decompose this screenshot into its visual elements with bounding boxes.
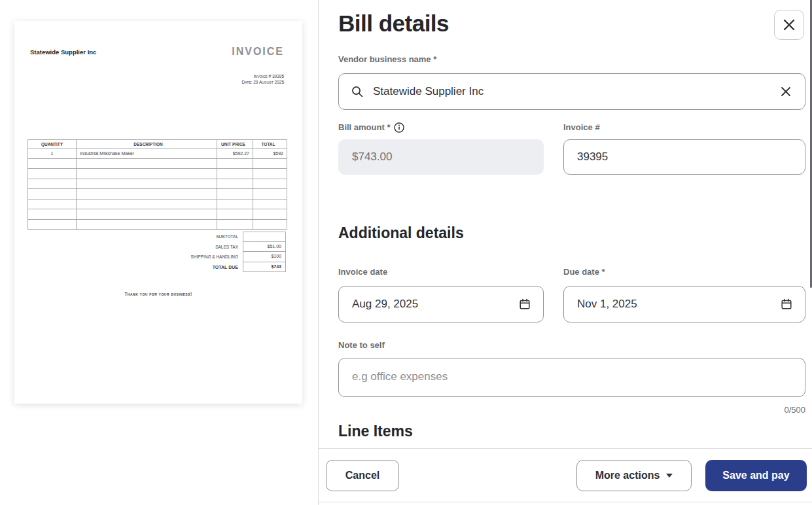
note-to-self-input[interactable] (338, 358, 805, 397)
bill-amount-group: Bill amount * (338, 122, 544, 175)
vendor-name-field (338, 73, 805, 110)
cancel-button[interactable]: Cancel (326, 460, 399, 491)
invoice-number-line: Invoice # 39395 (242, 73, 284, 79)
bill-details-screen: Statewide Supplier Inc INVOICE Invoice #… (0, 0, 812, 505)
invoice-empty-row (28, 158, 287, 169)
invoice-empty-row (28, 209, 287, 220)
invoice-date-group: Invoice date (338, 267, 544, 322)
note-to-self-label: Note to self (338, 340, 805, 351)
invoice-meta: Invoice # 39395 Date: 29 August 2025 (242, 73, 284, 85)
info-icon[interactable] (394, 122, 404, 133)
invoice-totals: SUBTOTAL SALES TAX $51.00 SHIPPING & HAN… (27, 232, 286, 272)
invoice-number-label: Invoice # (563, 122, 600, 133)
invoice-company-name: Statewide Supplier Inc (30, 48, 96, 56)
drawer-footer: Cancel More actions Save and pay (319, 448, 812, 502)
invoice-empty-row (28, 179, 287, 189)
due-date-label: Due date * (563, 267, 805, 277)
close-icon (782, 18, 796, 32)
more-actions-button[interactable]: More actions (576, 460, 692, 491)
clear-vendor-icon[interactable] (779, 84, 793, 99)
invoice-number-group: Invoice # (563, 122, 805, 175)
invoice-table-body: 1 Industrial Milkshake Maker $592.27 $59… (28, 148, 287, 230)
vendor-name-label: Vendor business name * (338, 54, 805, 65)
invoice-empty-row (28, 219, 287, 230)
footer-actions: More actions Save and pay (576, 460, 807, 491)
subtotal-row: SUBTOTAL (27, 232, 286, 242)
invoice-number-input[interactable] (563, 139, 805, 175)
due-date-input[interactable] (563, 286, 805, 322)
page-title: Bill details (338, 9, 805, 38)
additional-details-heading: Additional details (338, 223, 805, 243)
total-due-row: TOTAL DUE $743 (27, 262, 286, 273)
close-button[interactable] (774, 10, 804, 40)
invoice-date-line: Date: 29 August 2025 (242, 79, 284, 85)
bill-amount-input (338, 139, 544, 175)
search-icon (351, 86, 364, 98)
more-actions-label: More actions (595, 470, 660, 481)
bill-amount-label: Bill amount * (338, 122, 390, 133)
invoice-empty-row (28, 169, 287, 179)
invoice-empty-row (28, 189, 287, 200)
save-and-pay-button[interactable]: Save and pay (705, 460, 807, 491)
invoice-preview-panel: Statewide Supplier Inc INVOICE Invoice #… (0, 0, 318, 505)
bill-details-drawer: Bill details Vendor business name * (319, 0, 812, 505)
line-items-heading: Line Items (338, 421, 805, 441)
invoice-document: Statewide Supplier Inc INVOICE Invoice #… (14, 21, 302, 404)
invoice-table-header: QUANTITY DESCRIPTION UNIT PRICE TOTAL (28, 140, 287, 148)
vendor-name-input[interactable] (338, 73, 805, 110)
invoice-empty-row (28, 199, 287, 209)
invoice-line-table: QUANTITY DESCRIPTION UNIT PRICE TOTAL 1 … (27, 139, 287, 230)
sales-tax-row: SALES TAX $51.00 (27, 242, 286, 252)
chevron-down-icon (666, 474, 673, 478)
invoice-date-label: Invoice date (338, 267, 544, 277)
shipping-row: SHIPPING & HANDLING $100 (27, 252, 286, 262)
due-date-group: Due date * (563, 267, 805, 322)
invoice-date-input[interactable] (338, 286, 544, 322)
invoice-item-row: 1 Industrial Milkshake Maker $592.27 $59… (28, 148, 287, 159)
invoice-doc-title: INVOICE (232, 46, 284, 58)
character-counter: 0/500 (338, 405, 805, 415)
invoice-thank-you: Thank you for your business! (14, 292, 302, 296)
